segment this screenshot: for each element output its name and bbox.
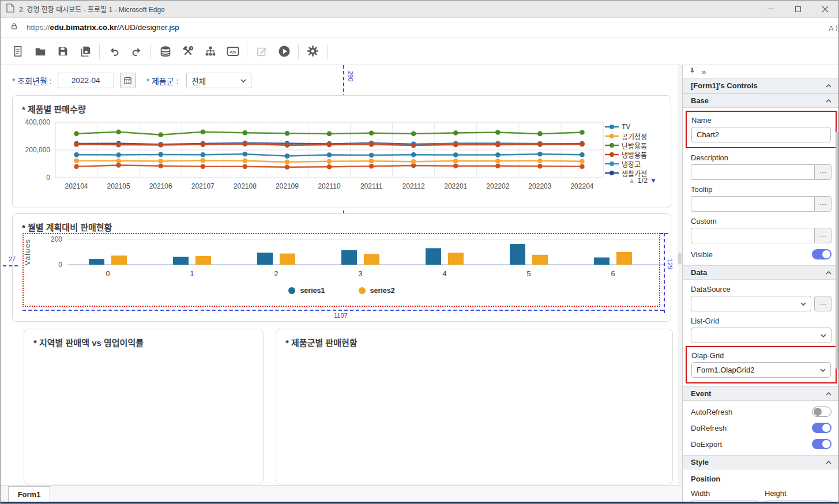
data-point [243,158,248,163]
panel-header[interactable]: [Form1]'s Controls [683,78,839,93]
bar-series2 [532,255,548,265]
new-file-button[interactable] [6,40,29,62]
section-event[interactable]: Event [683,386,839,401]
sitemap-icon [204,45,217,58]
chart2-widget[interactable]: * 월별 계획대비 판매현황 2000Values0123456 series1… [12,213,671,322]
designer-canvas[interactable]: * 조회년월 : * 제품군 : 전체 290 * 제품별 판매수량 0200,… [1,65,682,502]
category-select[interactable]: 전체 [186,73,251,88]
close-button[interactable] [811,1,838,17]
canvas-scrollbar[interactable] [678,65,682,484]
datasource-button[interactable] [154,40,176,62]
guide-label-290: 290 [346,71,355,81]
legend-page-down-icon[interactable]: ▼ [650,176,657,185]
page-icon [6,3,14,15]
bar-series1 [594,258,610,265]
read-aloud-icon[interactable]: A [827,22,838,36]
listgrid-select[interactable] [691,328,832,343]
sitemap-button[interactable] [199,40,221,62]
edit-button[interactable] [250,40,273,62]
gear-icon [306,44,319,58]
save-as-button[interactable] [74,40,96,62]
open-button[interactable] [29,40,51,62]
width-stepper[interactable]: 1107 [691,501,758,502]
legend-item[interactable]: series2 [359,287,395,295]
olapgrid-field-highlight: Olap-Grid Form1.OlapGrid2 [686,346,837,383]
svg-text:0: 0 [46,174,50,182]
toolbar-separator [298,44,299,59]
date-input[interactable] [58,73,114,88]
calendar-button[interactable] [120,73,136,88]
line-chart: 0200,000400,0002021042021052021062021072… [21,114,620,192]
section-data[interactable]: Data [683,265,839,280]
category-filter-label: * 제품군 : [146,75,179,86]
legend-item[interactable]: TV [605,122,663,131]
legend-item[interactable]: 냉방용품 [605,150,663,159]
undo-icon [108,45,121,58]
maximize-button[interactable] [784,1,811,17]
chart3-widget[interactable]: * 지역별 판매액 vs 영업이익률 [24,329,264,484]
script-button[interactable]: </> [221,40,244,62]
bar-series1 [426,248,441,265]
autorefresh-toggle[interactable] [812,407,832,417]
properties-panel: » [Form1]'s Controls Base Name Descripti… [682,65,839,502]
open-folder-icon [34,45,47,58]
tab-form1[interactable]: Form1 [8,486,50,502]
undo-button[interactable] [103,40,125,62]
height-label: Height [765,489,832,498]
chart4-widget[interactable]: * 제품군별 판매현황 [276,329,673,484]
toggle-knob [822,440,830,448]
panel-scrollbar-thumb[interactable] [836,131,839,369]
svg-text:202109: 202109 [276,182,299,190]
settings-button[interactable] [302,40,324,62]
new-file-icon [12,45,24,58]
legend-page-up-icon[interactable]: ▲ [629,176,635,185]
legend-item[interactable]: 냉장고 [605,159,663,168]
redo-button[interactable] [125,40,148,62]
datasource-select[interactable] [691,296,811,311]
olapgrid-select[interactable]: Form1.OlapGrid2 [691,362,831,378]
tooltip-editor-button[interactable]: ··· [814,196,832,212]
data-point [369,130,374,136]
doexport-toggle[interactable] [812,439,832,449]
bar-series2 [364,254,379,265]
canvas-scrollbar-thumb[interactable] [678,253,682,264]
data-point [74,158,79,163]
collapse-panel-icon[interactable]: » [702,67,706,76]
chart1-widget[interactable]: * 제품별 판매수량 0200,000400,00020210420210520… [12,95,671,208]
run-button[interactable] [273,40,295,62]
data-point [369,164,374,169]
description-input[interactable] [691,164,814,180]
minimize-button[interactable] [757,1,784,17]
tools-button[interactable] [176,40,199,62]
data-point [369,142,374,147]
data-point [537,142,543,147]
section-base[interactable]: Base [683,93,839,108]
svg-text:0: 0 [106,270,110,278]
datasource-editor-button[interactable]: ··· [814,296,832,311]
description-label: Description [691,153,832,162]
bar-series1 [510,244,525,265]
pin-icon[interactable] [688,67,696,76]
legend-item[interactable]: 난방용품 [605,141,663,150]
legend-item[interactable]: series1 [288,287,325,295]
legend-marker-icon [605,133,619,139]
section-style[interactable]: Style [683,455,839,469]
visible-toggle[interactable] [812,249,832,259]
address-bar[interactable]: https://edu.bimatrix.co.kr/AUD/designer.… [1,18,838,37]
legend-marker-icon [605,170,619,176]
height-stepper[interactable]: 129 [765,501,832,502]
data-point [285,143,290,148]
description-editor-button[interactable]: ··· [814,164,832,180]
dorefresh-toggle[interactable] [812,423,832,433]
chevron-up-icon [826,392,832,396]
name-input[interactable] [691,127,831,142]
custom-editor-button[interactable]: ··· [814,228,832,243]
data-point [74,152,79,157]
custom-input[interactable] [691,228,814,243]
legend-item-label: 난방용품 [622,141,647,151]
data-point [495,159,501,164]
save-button[interactable] [51,40,74,62]
legend-item[interactable]: 공기청정 [605,131,663,141]
tooltip-input[interactable] [691,196,814,212]
autorefresh-label: AutoRefresh [691,408,732,416]
